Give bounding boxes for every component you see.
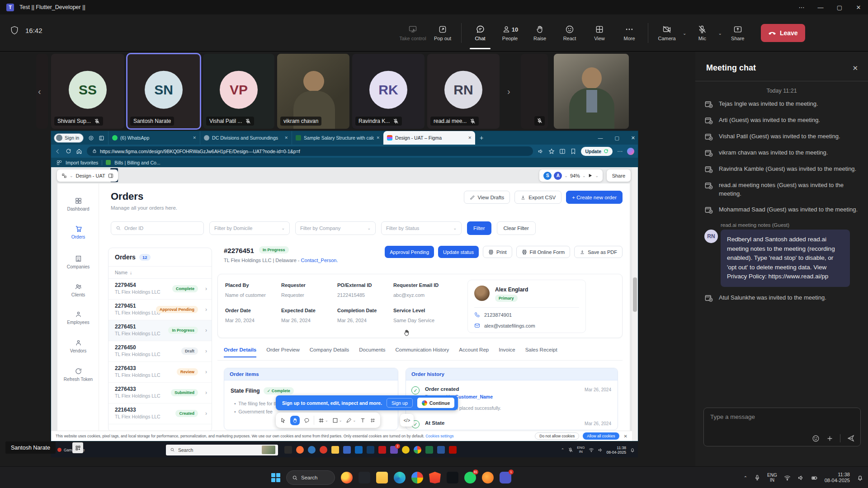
- copilot-icon[interactable]: [627, 148, 634, 155]
- tab-order-details[interactable]: Order Details: [224, 347, 256, 357]
- file-explorer-icon[interactable]: [331, 446, 339, 454]
- more-button[interactable]: More: [614, 25, 644, 41]
- start-button[interactable]: [271, 473, 280, 482]
- opera-icon[interactable]: [320, 446, 327, 454]
- app-icon[interactable]: [343, 446, 351, 454]
- tab-close-icon[interactable]: ✕: [193, 136, 197, 140]
- camera-button[interactable]: Camera: [652, 25, 682, 41]
- order-row-selected[interactable]: 2276451TL Flex Holdings LLC In Progress …: [108, 320, 212, 341]
- tab-close-icon[interactable]: ✕: [468, 136, 472, 140]
- tab-order-preview[interactable]: Order Preview: [266, 347, 300, 357]
- participant-tile-video-large[interactable]: [554, 54, 629, 129]
- leave-button[interactable]: Leave: [761, 24, 805, 42]
- split-screen-icon[interactable]: [559, 148, 566, 155]
- deny-cookies-button[interactable]: Do not allow cookies: [535, 432, 579, 440]
- browser-minimize-icon[interactable]: —: [598, 135, 603, 141]
- refresh-icon[interactable]: [66, 148, 71, 154]
- sidebar-item-vendors[interactable]: Vendors: [57, 339, 99, 353]
- vertical-tabs-icon[interactable]: [99, 135, 104, 141]
- bookmark-item[interactable]: Import favorites: [66, 160, 98, 165]
- sidebar-item-dashboard[interactable]: Dashboard: [57, 197, 99, 211]
- send-icon[interactable]: [847, 434, 855, 442]
- battery-icon[interactable]: [811, 474, 818, 481]
- contact-email[interactable]: alex@vstatefilings.com: [484, 323, 535, 328]
- contact-person-link[interactable]: Contact_Person.: [301, 258, 338, 263]
- frame-grid-tool-icon[interactable]: ⌄: [318, 418, 328, 423]
- sidebar-item-employees[interactable]: Employees: [57, 310, 99, 325]
- hand-tool-icon[interactable]: [290, 416, 300, 425]
- participant-tile-video[interactable]: vikram chavan: [277, 54, 349, 129]
- continue-with-google-button[interactable]: Continue: [417, 398, 455, 408]
- participant-tile[interactable]: SS Shivani Sup...: [51, 54, 124, 129]
- sign-up-button[interactable]: Sign up: [387, 398, 413, 408]
- clock[interactable]: 11:3808-04-2025: [825, 472, 850, 484]
- tab-close-icon[interactable]: ✕: [377, 136, 380, 140]
- whatsapp-icon[interactable]: 81: [464, 472, 476, 483]
- comment-tool-icon[interactable]: [304, 418, 310, 423]
- tray-chevron-icon[interactable]: ⌃: [561, 448, 565, 452]
- chrome-icon[interactable]: [414, 446, 421, 454]
- contact-phone[interactable]: 2123874901: [484, 312, 512, 318]
- fill-online-form-button[interactable]: Fill Online Form: [516, 246, 571, 258]
- chat-button[interactable]: Chat: [465, 25, 495, 41]
- read-aloud-icon[interactable]: [538, 148, 544, 155]
- teams-icon[interactable]: 1: [500, 472, 511, 483]
- chevron-down-icon[interactable]: ⌄: [564, 174, 568, 178]
- language-indicator[interactable]: ENGIN: [577, 446, 585, 454]
- clear-filter-button[interactable]: Clear Filter: [497, 221, 536, 235]
- mic-muted-tray-icon[interactable]: [568, 447, 573, 453]
- sidebar-item-refresh-token[interactable]: Refresh Token: [57, 367, 99, 382]
- app-icon[interactable]: [367, 446, 374, 454]
- norton-icon[interactable]: [402, 446, 410, 454]
- scroll-left-chevron-icon[interactable]: ‹: [38, 86, 41, 97]
- attach-plus-icon[interactable]: [826, 435, 834, 442]
- view-button[interactable]: View: [585, 25, 614, 41]
- excel-icon[interactable]: [425, 446, 433, 454]
- people-button[interactable]: 10 People: [495, 25, 525, 41]
- browser-tab[interactable]: (6) WhatsApp✕: [108, 131, 200, 145]
- chevron-down-icon[interactable]: ⌄: [70, 174, 73, 178]
- react-button[interactable]: React: [555, 25, 585, 41]
- tab-company-details[interactable]: Company Details: [310, 347, 349, 357]
- figma-share-button[interactable]: Share: [607, 169, 631, 182]
- cookie-close-icon[interactable]: ✕: [624, 434, 627, 439]
- browser-signin-button[interactable]: Sign in: [54, 133, 84, 143]
- chat-close-icon[interactable]: ✕: [852, 64, 858, 72]
- update-status-button[interactable]: Update status: [438, 246, 479, 258]
- favorites-bar-icon[interactable]: [570, 148, 576, 155]
- mic-button[interactable]: Mic: [687, 25, 717, 41]
- view-drafts-button[interactable]: View Drafts: [464, 191, 510, 204]
- app-icon[interactable]: [284, 446, 292, 454]
- sidebar-item-clients[interactable]: Clients: [57, 283, 99, 297]
- browser-maximize-icon[interactable]: ▢: [614, 135, 619, 141]
- participant-tile-partial[interactable]: [521, 54, 548, 129]
- filter-by-status-select[interactable]: Filter by Status⌄: [381, 221, 462, 235]
- pen-tool-icon[interactable]: ⌄: [346, 418, 356, 423]
- window-close-button[interactable]: ✕: [849, 0, 868, 14]
- participant-tile[interactable]: RK Ravindra K...: [352, 54, 425, 129]
- tab-communication-history[interactable]: Communication History: [395, 347, 449, 357]
- app-icon[interactable]: [359, 472, 370, 483]
- mic-options-chevron-icon[interactable]: ⌄: [718, 31, 722, 36]
- export-csv-button[interactable]: Export CSV: [514, 191, 561, 204]
- participant-tile-active-speaker[interactable]: SN Santosh Narate: [127, 54, 200, 129]
- home-icon[interactable]: [76, 148, 82, 155]
- chat-message-input[interactable]: Type a message: [703, 408, 861, 446]
- favorite-star-icon[interactable]: [548, 148, 555, 155]
- brave-icon[interactable]: [429, 472, 441, 483]
- volume-icon[interactable]: [797, 474, 804, 481]
- window-more-icon[interactable]: ⋯: [792, 0, 811, 14]
- tab-documents[interactable]: Documents: [359, 347, 385, 357]
- order-row[interactable]: 2216433TL Flex Holdings LLC Created ›: [108, 404, 212, 424]
- layout-panels-icon[interactable]: [108, 173, 113, 178]
- browser-tab-active[interactable]: Design - UAT – Figma✕: [383, 131, 475, 145]
- firefox-icon[interactable]: [341, 472, 353, 483]
- scrollbar-thumb[interactable]: [633, 277, 637, 312]
- app-icon[interactable]: [308, 446, 316, 454]
- filter-apply-button[interactable]: Filter: [467, 221, 491, 235]
- participant-tile[interactable]: RN read.ai mee...: [427, 54, 500, 129]
- mic-tray-icon[interactable]: [754, 474, 760, 481]
- collaborator-avatar[interactable]: S: [543, 172, 552, 180]
- tray-chevron-icon[interactable]: ⌃: [744, 475, 747, 480]
- order-id-search-input[interactable]: Order ID: [111, 221, 204, 235]
